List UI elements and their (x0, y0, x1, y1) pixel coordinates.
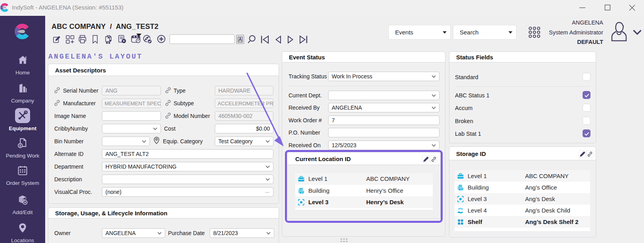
svg-text:$: $ (19, 144, 22, 148)
